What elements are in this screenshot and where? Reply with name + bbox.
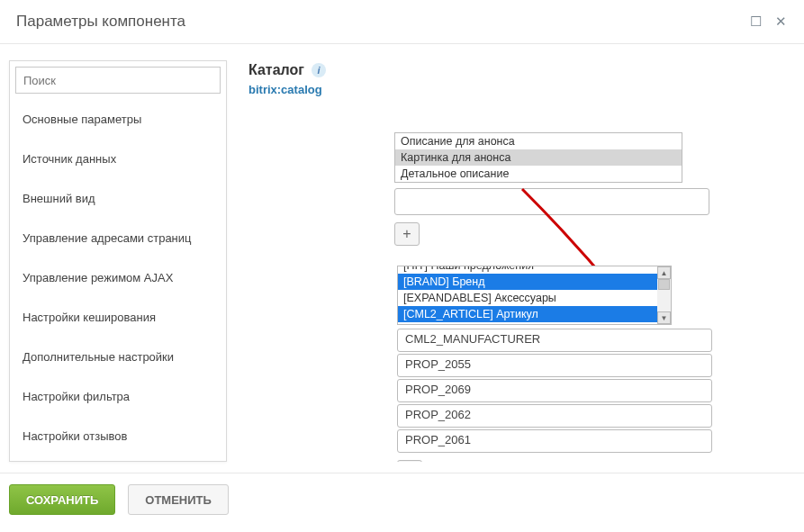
property-pill[interactable]: PROP_2055 <box>397 354 712 377</box>
main-panel: Каталог i bitrix:catalog Описание для ан… <box>227 60 795 462</box>
dialog-title: Параметры компонента <box>16 13 185 31</box>
window-controls: ☐ ✕ <box>748 14 788 29</box>
listbox-option[interactable]: Картинка для анонса <box>395 149 682 166</box>
listbox-option[interactable]: [HIT] Наши предложения <box>398 266 671 274</box>
add-field-button[interactable]: + <box>394 222 420 246</box>
sidebar-item[interactable]: Настройки фильтра <box>10 376 226 416</box>
info-icon[interactable]: i <box>312 63 326 77</box>
sidebar-item[interactable]: Настройки отзывов <box>10 416 226 455</box>
sidebar: Основные параметрыИсточник данныхВнешний… <box>9 60 227 462</box>
scrollbar-thumb[interactable] <box>658 279 670 290</box>
listbox-option[interactable]: Детальное описание <box>395 166 682 182</box>
property-pill[interactable]: PROP_2062 <box>397 404 712 428</box>
sidebar-item[interactable]: Настройки кеширования <box>10 297 226 337</box>
sidebar-item[interactable]: Основные параметры <box>10 99 226 139</box>
search-wrap <box>15 67 221 94</box>
property-pill[interactable]: CML2_MANUFACTURER <box>397 329 712 352</box>
close-icon[interactable]: ✕ <box>773 14 788 29</box>
listbox-option[interactable]: [CML2_ARTICLE] Артикул <box>398 306 671 322</box>
dialog-footer: СОХРАНИТЬ ОТМЕНИТЬ <box>0 473 804 515</box>
properties-listbox[interactable]: [HIT] Наши предложения [BRAND] Бренд[EXP… <box>397 266 672 325</box>
add-property-button[interactable]: + <box>397 460 422 462</box>
scroll-down-icon[interactable]: ▼ <box>657 311 671 324</box>
sidebar-item[interactable]: Управление адресами страниц <box>10 218 226 257</box>
scrollbar-track: ▲ ▼ <box>657 266 671 324</box>
sidebar-item[interactable]: Внешний вид <box>10 178 226 218</box>
property-pills: CML2_MANUFACTURERPROP_2055PROP_2069PROP_… <box>397 325 712 453</box>
component-name: bitrix:catalog <box>248 83 795 96</box>
save-button[interactable]: СОХРАНИТЬ <box>9 484 115 515</box>
dialog-header: Параметры компонента ☐ ✕ <box>0 0 804 44</box>
scroll-up-icon[interactable]: ▲ <box>657 266 671 279</box>
listbox-option[interactable]: [BRAND] Бренд <box>398 274 671 290</box>
sidebar-item[interactable]: Источник данных <box>10 139 226 178</box>
settings-scroll[interactable]: Описание для анонсаКартинка для анонсаДе… <box>394 132 795 462</box>
listbox-option[interactable]: Описание для анонса <box>395 133 682 149</box>
sidebar-item[interactable]: Настройки действий <box>10 455 226 461</box>
cancel-button[interactable]: ОТМЕНИТЬ <box>128 484 229 515</box>
page-title: Каталог <box>248 62 304 78</box>
sidebar-item[interactable]: Дополнительные настройки <box>10 337 226 376</box>
field-input[interactable] <box>394 188 709 215</box>
nav-list[interactable]: Основные параметрыИсточник данныхВнешний… <box>10 99 226 461</box>
sidebar-item[interactable]: Управление режимом AJAX <box>10 257 226 297</box>
fields-listbox[interactable]: Описание для анонсаКартинка для анонсаДе… <box>394 132 682 183</box>
search-input[interactable] <box>15 67 221 94</box>
settings-area: Описание для анонсаКартинка для анонсаДе… <box>248 132 795 462</box>
property-pill[interactable]: PROP_2061 <box>397 429 712 453</box>
property-pill[interactable]: PROP_2069 <box>397 379 712 402</box>
main-header: Каталог i <box>248 60 795 80</box>
maximize-icon[interactable]: ☐ <box>748 14 763 29</box>
listbox-option[interactable]: [EXPANDABLES] Аксессуары <box>398 290 671 306</box>
